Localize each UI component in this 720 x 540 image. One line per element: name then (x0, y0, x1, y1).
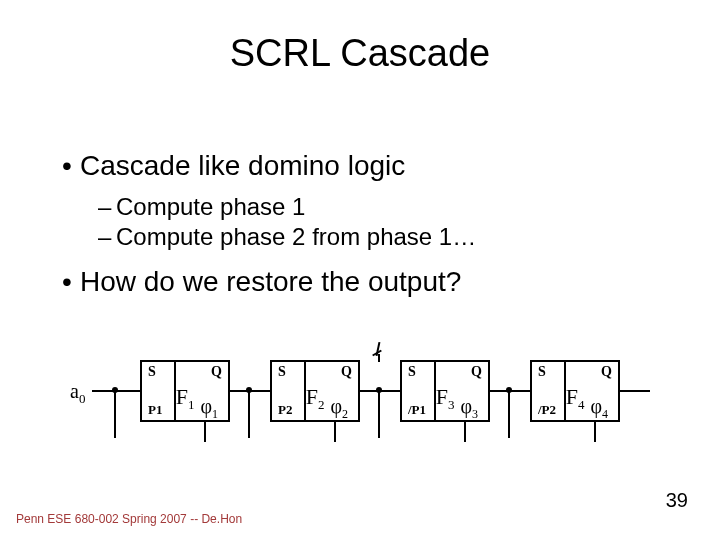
footer-text: Penn ESE 680-002 Spring 2007 -- De.Hon (16, 512, 242, 526)
port-q: Q (601, 364, 612, 380)
bullet-1-sub-2-text: Compute phase 2 from phase 1… (116, 223, 476, 250)
bullet-1-sub-2: –Compute phase 2 from phase 1… (98, 222, 662, 252)
stage-phi: φ3 (460, 395, 478, 422)
stage-phi: φ1 (200, 395, 218, 422)
phi-stub (464, 422, 466, 442)
bullet-1-text: Cascade like domino logic (80, 150, 405, 181)
stage-box-3: S Q F3 /P1 φ3 (400, 360, 490, 422)
port-s: S (408, 364, 416, 380)
stage-p: /P2 (538, 402, 556, 418)
slide-title: SCRL Cascade (0, 32, 720, 75)
stage-p: P1 (148, 402, 162, 418)
wire-stub (114, 390, 116, 438)
wire-stub (378, 390, 380, 438)
phi-stub (594, 422, 596, 442)
bullet-1-sub-1-text: Compute phase 1 (116, 193, 305, 220)
phi-stub (334, 422, 336, 442)
port-s: S (538, 364, 546, 380)
cascade-diagram: a0 S Q F1 P1 φ1 S Q (70, 340, 650, 460)
bullet-2-text: How do we restore the output? (80, 266, 461, 297)
wire-stub (378, 354, 380, 362)
stage-box-1: S Q F1 P1 φ1 (140, 360, 230, 422)
port-q: Q (341, 364, 352, 380)
stage-phi: φ4 (590, 395, 608, 422)
port-q: Q (211, 364, 222, 380)
input-label: a0 (70, 380, 85, 407)
port-q: Q (471, 364, 482, 380)
stage-box-2: S Q F2 P2 φ2 (270, 360, 360, 422)
stage-box-4: S Q F4 /P2 φ4 (530, 360, 620, 422)
wire (620, 390, 650, 392)
stage-p: /P1 (408, 402, 426, 418)
bullet-1: •Cascade like domino logic (62, 150, 662, 182)
stage-phi: φ2 (330, 395, 348, 422)
bullet-2: •How do we restore the output? (62, 266, 662, 298)
wire-stub (508, 390, 510, 438)
stage-p: P2 (278, 402, 292, 418)
page-number: 39 (666, 489, 688, 512)
port-s: S (278, 364, 286, 380)
bullet-list: •Cascade like domino logic –Compute phas… (62, 150, 662, 308)
bullet-1-sub-1: –Compute phase 1 (98, 192, 662, 222)
wire-stub (248, 390, 250, 438)
phi-stub (204, 422, 206, 442)
port-s: S (148, 364, 156, 380)
